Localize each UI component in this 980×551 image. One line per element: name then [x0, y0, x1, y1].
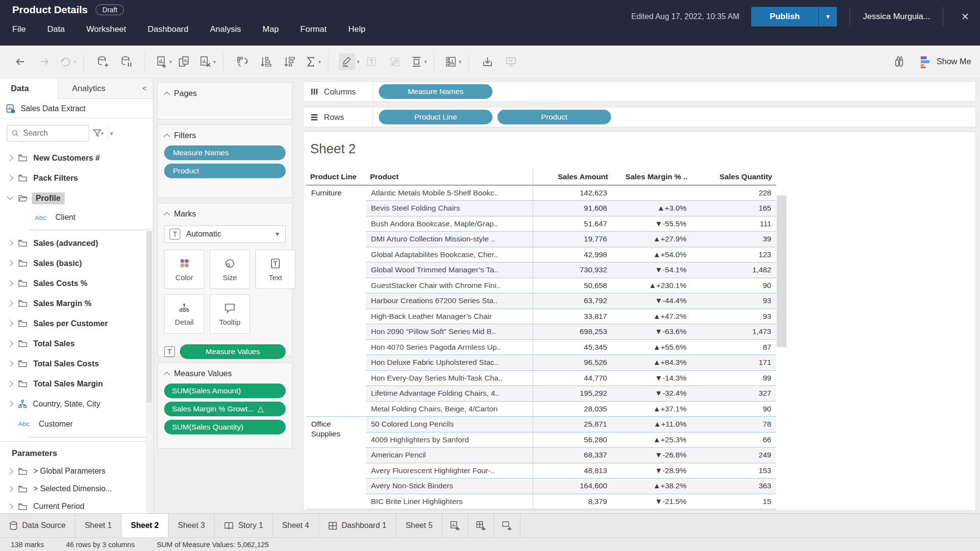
- cell-sales-quantity[interactable]: 249: [691, 448, 776, 463]
- cell-sales-margin[interactable]: ▲+38.2%: [612, 479, 691, 494]
- user-name[interactable]: Jessica Murguia...: [863, 12, 930, 22]
- datasource-item[interactable]: Sales Data Extract: [0, 99, 153, 119]
- tab-sheet-3[interactable]: Sheet 3: [169, 514, 215, 537]
- find-icon[interactable]: [891, 53, 907, 70]
- cell-sales-margin[interactable]: ▲+54.0%: [612, 247, 691, 263]
- data-pane-scrollbar[interactable]: [146, 228, 152, 513]
- menu-worksheet[interactable]: Worksheet: [86, 24, 126, 34]
- cell-product[interactable]: Harbour Creations 67200 Series Sta..: [366, 293, 533, 309]
- cell-product[interactable]: High-Back Leather Manager’s Chair: [366, 309, 533, 324]
- menu-map[interactable]: Map: [263, 24, 279, 34]
- new-sheet-dropdown-icon[interactable]: ▾: [170, 59, 172, 65]
- cell-sales-quantity[interactable]: 78: [691, 417, 776, 432]
- sort-descending-icon[interactable]: [281, 53, 297, 70]
- fit-dropdown-icon[interactable]: ▾: [459, 59, 462, 65]
- cell-sales-quantity[interactable]: 327: [691, 386, 776, 402]
- field-pack-filters[interactable]: Pack Filters: [0, 168, 153, 188]
- cell-sales-quantity[interactable]: 171: [691, 355, 776, 371]
- measure-pill-sum-sales-amount[interactable]: SUM(Sales Amount): [164, 383, 286, 398]
- cell-sales-amount[interactable]: 698,253: [533, 324, 612, 340]
- scrollbar-thumb[interactable]: [777, 195, 786, 347]
- tab-sheet-1[interactable]: Sheet 1: [75, 514, 122, 537]
- cell-size-icon[interactable]: [408, 53, 425, 70]
- cell-sales-quantity[interactable]: 93: [691, 309, 776, 324]
- cell-sales-quantity[interactable]: 66: [691, 432, 776, 448]
- totals-dropdown-icon[interactable]: ▾: [318, 59, 321, 65]
- cell-sales-margin[interactable]: ▼-21.5%: [612, 494, 691, 509]
- cell-product[interactable]: 4009 Highlighters by Sanford: [366, 432, 533, 448]
- cell-sales-margin[interactable]: ▲+3.0%: [612, 201, 691, 216]
- cell-sales-amount[interactable]: 42,998: [533, 247, 612, 263]
- mark-type-dropdown[interactable]: T Automatic ▼: [164, 225, 286, 243]
- cell-product[interactable]: Lifetime Advantage Folding Chairs, 4..: [366, 386, 533, 402]
- parameter-selected-dimensio[interactable]: > Selected Dimensio...: [0, 480, 153, 498]
- cell-sales-amount[interactable]: 96,526: [533, 355, 612, 371]
- field-sales-margin[interactable]: Sales Margin %: [0, 293, 153, 313]
- cell-sales-amount[interactable]: 68,337: [533, 448, 612, 463]
- cell-sales-quantity[interactable]: 15: [691, 494, 776, 509]
- replay-dropdown-icon[interactable]: ▾: [74, 59, 76, 65]
- cell-sales-amount[interactable]: 19,776: [533, 232, 612, 247]
- cell-sales-quantity[interactable]: 1,482: [691, 263, 776, 278]
- field-filter-icon[interactable]: ▾: [93, 129, 104, 137]
- cell-product[interactable]: Atlantic Metals Mobile 5-Shelf Bookc..: [366, 185, 533, 201]
- cell-sales-quantity[interactable]: 165: [691, 201, 776, 216]
- cell-size-dropdown-icon[interactable]: ▾: [424, 59, 427, 65]
- pane-menu-icon[interactable]: ▾: [110, 130, 114, 137]
- cell-sales-amount[interactable]: 164,600: [533, 479, 612, 494]
- chevron-right-icon[interactable]: [7, 175, 13, 181]
- cell-sales-amount[interactable]: 44,770: [533, 370, 612, 386]
- chevron-right-icon[interactable]: [7, 401, 13, 407]
- cell-product[interactable]: Avery Fluorescent Highlighter Four-..: [366, 463, 533, 479]
- publish-button[interactable]: Publish: [751, 7, 818, 26]
- new-story-tab-icon[interactable]: [494, 514, 520, 537]
- parameter-global-parameters[interactable]: > Global Parameters: [0, 462, 153, 480]
- cell-sales-quantity[interactable]: 111: [691, 216, 776, 232]
- cell-product[interactable]: Hon Every-Day Series Multi-Task Cha..: [366, 370, 533, 386]
- collapse-pane-icon[interactable]: <: [136, 78, 153, 98]
- sort-ascending-icon[interactable]: [257, 53, 274, 70]
- chevron-down-icon[interactable]: [7, 193, 13, 200]
- chevron-right-icon[interactable]: [7, 468, 13, 475]
- cell-sales-quantity[interactable]: 363: [691, 479, 776, 494]
- chevron-right-icon[interactable]: [7, 486, 13, 492]
- measure-pill-sales-margin-growt[interactable]: Sales Margin % Growt...△: [164, 402, 286, 416]
- field-sales-basic[interactable]: Sales (basic): [0, 253, 153, 273]
- field-total-sales-costs[interactable]: Total Sales Costs: [0, 354, 153, 374]
- totals-icon[interactable]: [302, 53, 319, 70]
- mark-button-text[interactable]: Text: [255, 250, 295, 289]
- fix-axes-icon[interactable]: [387, 53, 403, 70]
- cell-sales-amount[interactable]: 91,608: [533, 201, 612, 216]
- parameter-current-period[interactable]: Current Period: [0, 498, 153, 513]
- measure-pill-sum-sales-quantity[interactable]: SUM(Sales Quantity): [164, 420, 286, 434]
- cell-sales-quantity[interactable]: 90: [691, 278, 776, 293]
- tab-sheet-2[interactable]: Sheet 2: [122, 514, 169, 537]
- cell-sales-amount[interactable]: 8,379: [533, 494, 612, 509]
- cell-product[interactable]: GuestStacker Chair with Chrome Fini..: [366, 278, 533, 293]
- close-icon[interactable]: ✕: [961, 11, 969, 23]
- tab-sheet-4[interactable]: Sheet 4: [273, 514, 319, 537]
- show-mark-labels-icon[interactable]: [363, 53, 380, 70]
- mark-button-size[interactable]: Size: [210, 250, 250, 289]
- field-sales-advanced[interactable]: Sales (advanced): [0, 233, 153, 253]
- cell-sales-margin[interactable]: ▼-26.8%: [612, 448, 691, 463]
- tab-story-1[interactable]: Story 1: [215, 514, 273, 537]
- field-total-sales[interactable]: Total Sales: [0, 334, 153, 354]
- clear-dropdown-icon[interactable]: ▾: [213, 59, 216, 65]
- cell-product[interactable]: Hon Deluxe Fabric Upholstered Stac..: [366, 355, 533, 371]
- cell-sales-amount[interactable]: 45,345: [533, 339, 612, 355]
- cell-sales-quantity[interactable]: 87: [691, 339, 776, 355]
- cell-sales-margin[interactable]: ▲+84.3%: [612, 355, 691, 371]
- cell-sales-amount[interactable]: 63,792: [533, 293, 612, 309]
- presentation-mode-icon[interactable]: [503, 53, 519, 70]
- cell-sales-margin[interactable]: ▼-14.3%: [612, 370, 691, 386]
- column-header-sales-quantity[interactable]: Sales Quantity: [691, 168, 776, 185]
- cell-sales-margin[interactable]: ▲+27.9%: [612, 232, 691, 247]
- cell-product[interactable]: Bevis Steel Folding Chairs: [366, 201, 533, 216]
- cell-product[interactable]: Metal Folding Chairs, Beige, 4/Carton: [366, 401, 533, 417]
- menu-dashboard[interactable]: Dashboard: [147, 24, 188, 34]
- cell-product[interactable]: American Pencil: [366, 448, 533, 463]
- column-header-product-line[interactable]: Product Line: [306, 168, 366, 185]
- cell-sales-margin[interactable]: ▼-32.4%: [612, 386, 691, 402]
- cell-sales-margin[interactable]: ▼-44.4%: [612, 293, 691, 309]
